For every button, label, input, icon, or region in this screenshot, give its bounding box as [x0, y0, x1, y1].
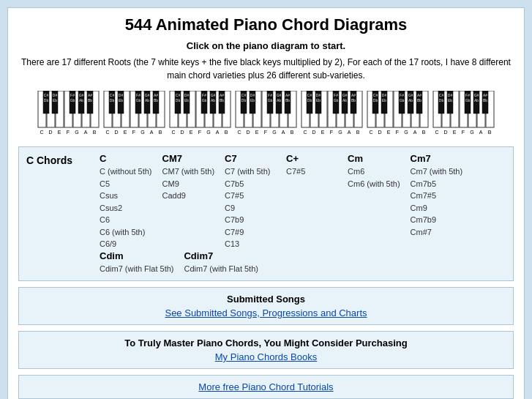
chord-item[interactable]: C6 [100, 214, 152, 226]
chord-item[interactable]: CM7 (with 5th) [162, 165, 215, 178]
svg-text:Db: Db [307, 98, 312, 102]
svg-text:D#: D# [118, 93, 123, 97]
purchase-link[interactable]: My Piano Chords Books [215, 351, 317, 362]
svg-text:B: B [487, 130, 491, 135]
chord-col-header: Cdim7 [184, 250, 258, 261]
svg-text:A#: A# [351, 93, 355, 97]
svg-text:A: A [413, 130, 416, 135]
chord-item[interactable]: C (without 5th) [100, 165, 152, 178]
chord-item[interactable]: Cm7b9 [411, 214, 463, 226]
chord-item[interactable]: C7b5 [225, 178, 276, 190]
tutorials-link[interactable]: More free Piano Chord Tutorials [198, 381, 333, 392]
svg-text:Bb: Bb [87, 98, 91, 102]
svg-text:C: C [237, 130, 241, 135]
svg-text:A#: A# [153, 93, 157, 97]
svg-text:A: A [83, 130, 87, 135]
svg-text:Eb: Eb [118, 98, 122, 102]
chord-item[interactable]: C7#9 [225, 226, 276, 239]
piano-svg: CDEFGABC#DbD#EbF#GbG#AbA#Bb [367, 91, 430, 136]
chord-item[interactable]: C7#5 [225, 190, 276, 202]
keyboard-c[interactable]: CDEFGABC#DbD#EbF#GbG#AbA#Bb [37, 91, 100, 136]
svg-text:C#: C# [109, 93, 114, 97]
svg-text:A#: A# [87, 93, 91, 97]
chord-col-cm: CmCm6Cm6 (with 5th) [348, 153, 400, 250]
chord-item[interactable]: C5 [100, 178, 152, 190]
svg-text:B: B [422, 130, 425, 135]
chord-item[interactable]: C7 (with 5th) [225, 165, 276, 178]
chord-col-header: Cdim [100, 250, 173, 261]
chord-col-header: Cm [348, 153, 400, 164]
chord-item[interactable]: Cm7b5 [411, 178, 463, 190]
chord-item[interactable]: Cm6 (with 5th) [348, 178, 400, 190]
submitted-songs-link[interactable]: See Submitted Songs, Progressions and Ch… [165, 307, 367, 318]
svg-text:F#: F# [334, 93, 338, 97]
piano-svg: CDEFGABC#DbD#EbF#GbG#AbA#Bb [169, 91, 232, 136]
svg-text:Gb: Gb [465, 98, 470, 102]
svg-text:B: B [290, 130, 293, 135]
svg-text:D: D [378, 130, 381, 135]
svg-text:B: B [92, 130, 96, 135]
svg-text:F#: F# [70, 93, 75, 97]
svg-text:C: C [303, 130, 307, 135]
svg-text:A: A [479, 130, 482, 135]
chord-item[interactable]: Cm6 [348, 165, 400, 178]
chord-item[interactable]: Cadd9 [162, 190, 215, 202]
svg-text:G#: G# [276, 93, 281, 97]
chord-col-c: C+C7#5 [286, 153, 337, 250]
svg-text:E: E [255, 130, 258, 135]
chord-item[interactable]: CM9 [162, 178, 215, 190]
keyboard-b[interactable]: CDEFGABC#DbD#EbF#GbG#AbA#Bb [432, 91, 495, 136]
chord-item[interactable]: Csus [100, 190, 152, 202]
chord-grid: CC (without 5th)C5CsusCsus2C6C6 (with 5t… [100, 153, 506, 275]
chord-item[interactable]: C13 [225, 238, 276, 250]
svg-text:A: A [347, 130, 351, 135]
svg-text:Db: Db [109, 98, 114, 102]
svg-text:C: C [369, 130, 372, 135]
chord-col-c7: C7C7 (with 5th)C7b5C7#5C9C7b9C7#9C13 [225, 153, 276, 250]
svg-text:D: D [246, 130, 250, 135]
svg-text:D: D [443, 130, 447, 135]
svg-text:Ab: Ab [408, 98, 412, 102]
chord-col-header: C [100, 153, 152, 164]
svg-text:Eb: Eb [52, 98, 56, 102]
svg-text:Ab: Ab [144, 98, 149, 102]
chord-item[interactable]: Cm7 (with 5th) [411, 165, 463, 178]
chord-item[interactable]: Cm7#5 [411, 190, 463, 202]
svg-text:Bb: Bb [219, 98, 223, 102]
chord-item[interactable]: C7b9 [225, 214, 276, 226]
svg-text:G: G [470, 130, 473, 135]
chord-item[interactable]: C6 (with 5th) [100, 226, 152, 239]
chord-item[interactable]: C6/9 [100, 238, 152, 250]
svg-text:F: F [66, 130, 69, 135]
chord-item[interactable]: Cdim7 (with Flat 5th) [184, 263, 258, 275]
svg-text:A: A [281, 130, 285, 135]
keyboard-d[interactable]: CDEFGABC#DbD#EbF#GbG#AbA#Bb [103, 91, 166, 136]
chord-item[interactable]: C7#5 [286, 165, 337, 178]
keyboard-e[interactable]: CDEFGABC#DbD#EbF#GbG#AbA#Bb [169, 91, 232, 136]
keyboard-f[interactable]: CDEFGABC#DbD#EbF#GbG#AbA#Bb [235, 91, 298, 136]
svg-text:D: D [312, 130, 315, 135]
chord-section: C Chords CC (without 5th)C5CsusCsus2C6C6… [18, 146, 514, 281]
chord-item[interactable]: Csus2 [100, 202, 152, 215]
chord-item[interactable]: Cm#7 [411, 226, 463, 239]
svg-text:D#: D# [381, 93, 386, 97]
svg-text:Bb: Bb [285, 98, 289, 102]
svg-text:C: C [435, 130, 438, 135]
keyboard-g[interactable]: CDEFGABC#DbD#EbF#GbG#AbA#Bb [301, 91, 364, 136]
chord-item[interactable]: C9 [225, 202, 276, 215]
submitted-songs-title: Submitted Songs [25, 294, 507, 305]
svg-text:C: C [40, 130, 43, 135]
tutorials-section: More free Piano Chord Tutorials [18, 375, 514, 399]
chord-item[interactable]: Cm9 [411, 202, 463, 215]
chord-item[interactable]: Cdim7 (with Flat 5th) [100, 263, 173, 275]
svg-text:F#: F# [202, 93, 206, 97]
page-wrapper: 544 Animated Piano Chord Diagrams Click … [7, 7, 525, 399]
svg-text:B: B [224, 130, 228, 135]
purchase-section: To Truly Master Piano Chords, You Might … [18, 331, 514, 369]
keyboards-row: CDEFGABC#DbD#EbF#GbG#AbA#BbCDEFGABC#DbD#… [18, 91, 514, 136]
svg-text:Gb: Gb [333, 98, 338, 102]
svg-text:F: F [329, 130, 332, 135]
piano-svg: CDEFGABC#DbD#EbF#GbG#AbA#Bb [432, 91, 495, 136]
keyboard-a[interactable]: CDEFGABC#DbD#EbF#GbG#AbA#Bb [367, 91, 430, 136]
svg-text:G: G [404, 130, 408, 135]
